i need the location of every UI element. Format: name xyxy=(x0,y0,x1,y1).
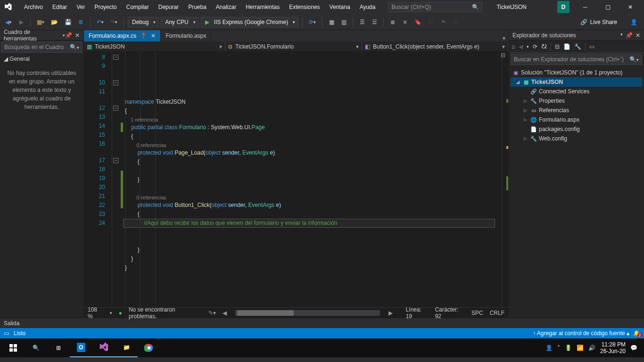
tool-icon[interactable]: ⚐ xyxy=(450,17,461,27)
code-editor[interactable]: 89101112131415161718192021222324 −−−− na… xyxy=(84,52,508,307)
tool-icon[interactable]: ≡ xyxy=(400,17,410,27)
tree-node[interactable]: 🔗Connected Services xyxy=(511,87,642,96)
search-button[interactable]: 🔍 xyxy=(25,338,47,357)
nav-project[interactable]: ▦ TicketJSON▾ xyxy=(84,41,225,51)
source-control-button[interactable]: ↑ Agregar al control de código fuente ▴ xyxy=(533,330,629,337)
clock[interactable]: 11:28 PM 26-Jun-20 xyxy=(600,341,626,355)
new-project-button[interactable]: ▦▾ xyxy=(34,17,47,27)
close-icon[interactable]: ✕ xyxy=(151,33,156,39)
toolbox-search[interactable]: Búsqueda en el Cuadro 🔍▾ xyxy=(1,41,83,53)
outlook-icon[interactable]: O xyxy=(70,338,92,357)
visualstudio-icon[interactable] xyxy=(92,338,115,357)
platform-combo[interactable]: Any CPU▾ xyxy=(161,17,198,27)
solution-node[interactable]: ▣ Solución "TicketJSON" (1 de 1 proyecto… xyxy=(511,68,642,77)
show-all-icon[interactable]: 📄 xyxy=(563,43,570,50)
project-node[interactable]: ◢ ▦ TicketJSON xyxy=(511,77,642,87)
menu-herramientas[interactable]: Herramientas xyxy=(241,2,284,12)
preview-icon[interactable]: ▭ xyxy=(589,43,594,50)
notifications-icon[interactable]: 🔔 xyxy=(633,330,640,337)
people-icon[interactable]: 👤 xyxy=(545,345,553,351)
minimize-button[interactable]: ─ xyxy=(574,0,596,14)
toolbox-group[interactable]: ◢ General xyxy=(0,54,83,64)
maximize-button[interactable]: ▢ xyxy=(597,0,619,14)
nav-fwd-button[interactable]: ▶ xyxy=(16,17,26,27)
close-button[interactable]: ✕ xyxy=(619,0,641,14)
nav-back-button[interactable]: ◀▾ xyxy=(3,17,14,27)
start-button[interactable] xyxy=(2,338,25,357)
tool-icon[interactable]: ▦ xyxy=(326,17,337,27)
browser-link-button[interactable]: ⟳▾ xyxy=(306,17,318,27)
hscrollbar[interactable] xyxy=(235,310,380,316)
user-avatar[interactable]: D xyxy=(557,1,570,13)
menu-ayuda[interactable]: Ayuda xyxy=(355,2,380,12)
csharp-icon: ▦ xyxy=(87,43,92,50)
tool-icon[interactable]: ⚑ xyxy=(438,17,448,27)
pin-icon[interactable]: 📍 xyxy=(140,33,147,39)
sync-icon[interactable]: ⟳ xyxy=(533,43,537,50)
tool-icon[interactable]: ⚐ xyxy=(426,17,436,27)
menu-depurar[interactable]: Depurar xyxy=(154,2,183,12)
battery-icon[interactable]: 🔋 xyxy=(565,345,572,351)
tab-overflow[interactable]: ▾ xyxy=(500,35,508,41)
run-button[interactable]: ▶ IIS Express (Google Chrome) ▾ xyxy=(201,17,298,27)
crlf-indicator[interactable]: CRLF xyxy=(490,310,504,316)
menu-editar[interactable]: Editar xyxy=(48,2,71,12)
bookmark-icon[interactable]: 🔖 xyxy=(412,17,424,27)
feedback-icon[interactable]: 👤 xyxy=(630,19,637,25)
solution-tree[interactable]: ▣ Solución "TicketJSON" (1 de 1 proyecto… xyxy=(509,66,644,145)
home-icon[interactable]: ⌂ xyxy=(512,43,515,50)
brush-icon[interactable]: ✎▾ xyxy=(208,310,216,316)
tree-node[interactable]: 📄packages.config xyxy=(511,124,642,134)
explorer-icon[interactable]: 📁 xyxy=(115,338,138,357)
save-all-button[interactable]: 🗎 xyxy=(76,17,86,27)
tab-formulario-aspx[interactable]: Formulario.aspx xyxy=(161,30,211,41)
back-icon[interactable]: ◀ xyxy=(519,43,523,50)
minimap[interactable]: ⊟ xyxy=(502,52,508,307)
menu-proyecto[interactable]: Proyecto xyxy=(90,2,121,12)
tool-icon[interactable]: ☰ xyxy=(357,17,367,27)
collapse-icon[interactable]: ⊟ xyxy=(555,43,560,50)
tree-node[interactable]: ▷▭Referencias xyxy=(511,106,642,115)
search-box[interactable]: Buscar (Ctrl+Q) 🔍 xyxy=(388,2,482,12)
undo-button[interactable]: ↶▾ xyxy=(94,17,106,27)
live-share-label[interactable]: Live Share xyxy=(590,19,617,25)
spc-indicator[interactable]: SPC xyxy=(471,310,483,316)
volume-icon[interactable]: 🔊 xyxy=(588,345,595,351)
menu-analizar[interactable]: Analizar xyxy=(212,2,240,12)
tool-icon[interactable]: ▥ xyxy=(339,17,349,27)
tray-chevron-icon[interactable]: ˄ xyxy=(557,345,560,351)
tree-node[interactable]: ▷🌐Formulario.aspx xyxy=(511,115,642,124)
menu-ver[interactable]: Ver xyxy=(72,2,89,12)
wifi-icon[interactable]: 📶 xyxy=(577,345,584,351)
chrome-icon[interactable] xyxy=(138,338,160,357)
task-view-button[interactable]: ⊞ xyxy=(47,338,70,357)
split-icon[interactable]: ⊟ xyxy=(501,52,508,59)
menu-prueba[interactable]: Prueba xyxy=(184,2,211,12)
nav-class[interactable]: ⧉ TicketJSON.Formulario▾ xyxy=(225,41,362,51)
close-icon[interactable]: ✕ xyxy=(75,32,80,39)
redo-button[interactable]: ↷▾ xyxy=(108,17,120,27)
config-combo[interactable]: Debug▾ xyxy=(128,17,159,27)
solution-search[interactable]: Buscar en Explorador de soluciones (Ctrl… xyxy=(511,54,642,65)
pin-icon[interactable]: 📌 xyxy=(626,32,633,39)
nav-member[interactable]: ◧ Button1_Click(object sender, EventArgs… xyxy=(362,41,508,51)
col-indicator: Carácter: 92 xyxy=(435,306,465,320)
action-center-icon[interactable]: 💬 xyxy=(630,345,637,351)
open-file-button[interactable]: 📂 xyxy=(49,17,60,27)
pin-icon[interactable]: 📌 xyxy=(65,32,72,39)
close-icon[interactable]: ✕ xyxy=(636,32,640,39)
tab-formulario-cs[interactable]: Formulario.aspx.cs 📍 ✕ xyxy=(84,30,161,41)
refresh-icon[interactable]: 🗘 xyxy=(541,43,547,50)
menu-archivo[interactable]: Archivo xyxy=(20,2,47,12)
menu-extensiones[interactable]: Extensiones xyxy=(285,2,324,12)
zoom-level[interactable]: 108 % xyxy=(88,306,103,320)
menu-compilar[interactable]: Compilar xyxy=(122,2,153,12)
menu-ventana[interactable]: Ventana xyxy=(325,2,355,12)
save-button[interactable]: 💾 xyxy=(62,17,74,27)
tree-node[interactable]: ▷🔧Web.config xyxy=(511,134,642,143)
tool-icon[interactable]: ☱ xyxy=(369,17,380,27)
issues-label[interactable]: No se encontraron problemas. xyxy=(129,306,202,320)
tool-icon[interactable]: ≣ xyxy=(388,17,398,27)
properties-icon[interactable]: 🔧 xyxy=(574,43,581,50)
tree-node[interactable]: ▷🔧Properties xyxy=(511,96,642,106)
